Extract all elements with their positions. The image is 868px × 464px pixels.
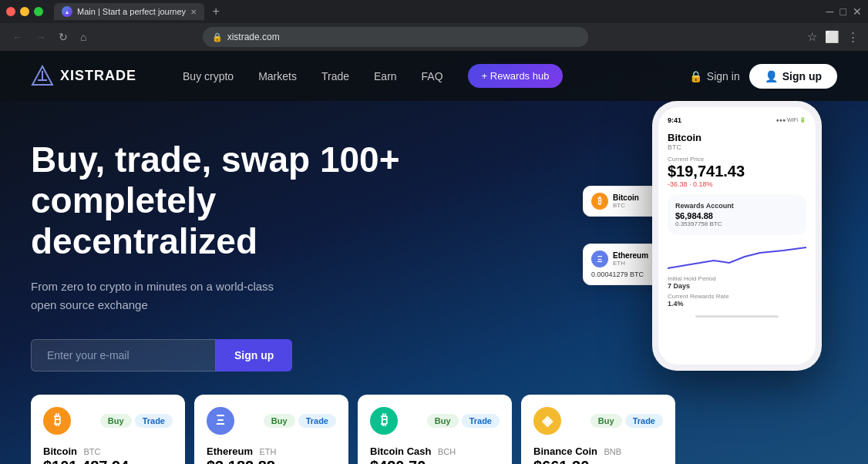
bnb-price: $661.30 <box>533 458 589 464</box>
phone-time: 9:41 <box>668 116 681 124</box>
user-icon: 👤 <box>765 70 778 82</box>
toolbar-right: ☆ ⬜ ⋮ <box>807 30 859 44</box>
minimize-button[interactable] <box>20 7 29 16</box>
sign-in-button[interactable]: 🔒 Sign in <box>689 70 740 82</box>
phone-home-indicator <box>695 315 779 318</box>
rewards-btc-val: 0.35397758 BTC <box>675 220 799 227</box>
btc-price: $101,487.94 <box>43 458 129 464</box>
phone-rewards-card: Rewards Account $6,984.88 0.35397758 BTC <box>668 194 806 235</box>
bnb-price-row: $661.30 -4.14% <box>533 458 663 464</box>
phone-coin-name: Bitcoin <box>668 132 806 143</box>
sign-up-button[interactable]: 👤 Sign up <box>749 64 837 89</box>
eth-name: Ethereum <box>207 446 253 457</box>
eth-trade-button[interactable]: Trade <box>298 414 336 428</box>
extensions-icon[interactable]: ⬜ <box>825 30 839 44</box>
nav-faq[interactable]: FAQ <box>422 70 443 82</box>
rewards-title: Rewards Account <box>675 202 799 210</box>
btc-buy-button[interactable]: Buy <box>100 414 132 428</box>
btc-card-sym: BTC <box>613 202 639 209</box>
crypto-card-eth: Ξ Buy Trade Ethereum ETH $3,182.88 -4.85… <box>194 395 348 464</box>
sign-in-icon: 🔒 <box>689 70 702 82</box>
eth-card-header: Ξ Buy Trade <box>207 407 336 435</box>
bch-card-actions: Buy Trade <box>427 414 500 428</box>
phone-price: $19,741.43 <box>668 163 806 180</box>
lock-icon: 🔒 <box>212 32 223 42</box>
phone-change: -36.38 · 0.18% <box>668 180 806 188</box>
restore-icon[interactable]: □ <box>840 5 846 18</box>
phone-screen: 9:41 ●●● WiFi 🔋 Bitcoin BTC Current Pric… <box>658 107 816 365</box>
rewards-value: $6,984.88 <box>675 211 799 220</box>
maximize-button[interactable] <box>34 7 43 16</box>
browser-tabs: ▲ Main | Start a perfect journey ✕ + <box>54 3 822 20</box>
back-button[interactable]: ← <box>9 28 26 46</box>
close-icon[interactable]: ✕ <box>853 5 862 18</box>
auth-section: 🔒 Sign in 👤 Sign up <box>689 64 837 89</box>
tab-title: Main | Start a perfect journey <box>77 7 186 16</box>
bnb-symbol: BNB <box>604 447 622 456</box>
os-window-controls: ─ □ ✕ <box>826 5 862 18</box>
eth-card-actions: Buy Trade <box>264 414 336 428</box>
crypto-cards-section: ₿ Buy Trade Bitcoin BTC $101,487.94 -3.4… <box>0 395 868 464</box>
phone-price-label: Current Price <box>668 156 806 163</box>
eth-card-name: Ethereum <box>613 251 648 260</box>
phone-status: ●●● WiFi 🔋 <box>775 117 806 123</box>
bch-symbol: BCH <box>438 447 456 456</box>
eth-price: $3,182.88 <box>207 458 275 464</box>
bch-card-header: ₿ Buy Trade <box>370 407 500 435</box>
home-button[interactable]: ⌂ <box>77 28 89 46</box>
sign-in-label: Sign in <box>707 70 740 82</box>
nav-trade[interactable]: Trade <box>321 70 349 82</box>
phone-coin-symbol: BTC <box>668 143 806 151</box>
eth-price-row: $3,182.88 -4.85% <box>207 458 336 464</box>
crypto-card-bnb: ◈ Buy Trade Binance Coin BNB $661.30 -4.… <box>521 395 675 464</box>
bch-buy-button[interactable]: Buy <box>427 414 459 428</box>
url-text: xistrade.com <box>227 32 280 42</box>
eth-card-icon: Ξ <box>207 407 234 435</box>
btc-card-icon: ₿ <box>43 407 71 435</box>
btc-trade-button[interactable]: Trade <box>135 414 173 428</box>
eth-buy-button[interactable]: Buy <box>264 414 295 428</box>
window-controls <box>6 7 43 16</box>
nav-earn[interactable]: Earn <box>374 70 397 82</box>
bnb-card-icon: ◈ <box>533 407 561 435</box>
bch-trade-button[interactable]: Trade <box>462 414 500 428</box>
bnb-card-actions: Buy Trade <box>590 414 663 428</box>
reload-button[interactable]: ↻ <box>56 28 71 46</box>
nav-markets[interactable]: Markets <box>258 70 297 82</box>
phone-outer: 9:41 ●●● WiFi 🔋 Bitcoin BTC Current Pric… <box>652 101 822 371</box>
rewards-hub-button[interactable]: + Rewards hub <box>468 64 564 88</box>
new-tab-button[interactable]: + <box>207 3 224 20</box>
bch-name: Bitcoin Cash <box>370 446 431 457</box>
eth-card-name-row: Ethereum ETH <box>207 444 336 458</box>
nav-buy-crypto[interactable]: Buy crypto <box>183 70 234 82</box>
hero-signup-button[interactable]: Sign up <box>216 339 292 372</box>
active-tab[interactable]: ▲ Main | Start a perfect journey ✕ <box>54 3 204 20</box>
bnb-card-name-row: Binance Coin BNB <box>533 444 663 458</box>
bnb-trade-button[interactable]: Trade <box>625 414 663 428</box>
eth-mini-icon: Ξ <box>591 250 608 267</box>
rewards-rate-label: Current Rewards Rate <box>668 293 806 300</box>
eth-card-sym: ETH <box>613 260 648 267</box>
menu-icon[interactable]: ⋮ <box>847 30 859 44</box>
tab-close-button[interactable]: ✕ <box>190 8 197 16</box>
logo-icon <box>31 65 54 88</box>
crypto-card-bch: ₿ Buy Trade Bitcoin Cash BCH $420.70 -5.… <box>358 395 512 464</box>
email-input[interactable] <box>31 339 216 372</box>
bookmark-icon[interactable]: ☆ <box>807 30 817 44</box>
btc-card-name-row: Bitcoin BTC <box>43 444 173 458</box>
url-bar[interactable]: 🔒 xistrade.com <box>203 27 588 47</box>
logo[interactable]: XISTRADE <box>31 65 136 88</box>
minimize-icon[interactable]: ─ <box>826 5 834 18</box>
btc-card-actions: Buy Trade <box>100 414 173 428</box>
bnb-buy-button[interactable]: Buy <box>590 414 622 428</box>
hero-content: Buy, trade, swap 100+ completely decentr… <box>31 140 401 372</box>
tab-favicon: ▲ <box>62 6 72 17</box>
forward-button[interactable]: → <box>32 28 49 46</box>
close-button[interactable] <box>6 7 15 16</box>
logo-text: XISTRADE <box>60 68 136 84</box>
mini-chart <box>668 241 806 272</box>
btc-symbol: BTC <box>84 447 101 456</box>
btc-card-header: ₿ Buy Trade <box>43 407 173 435</box>
bch-price-row: $420.70 -5.08% <box>370 458 500 464</box>
crypto-card-btc: ₿ Buy Trade Bitcoin BTC $101,487.94 -3.4… <box>31 395 185 464</box>
